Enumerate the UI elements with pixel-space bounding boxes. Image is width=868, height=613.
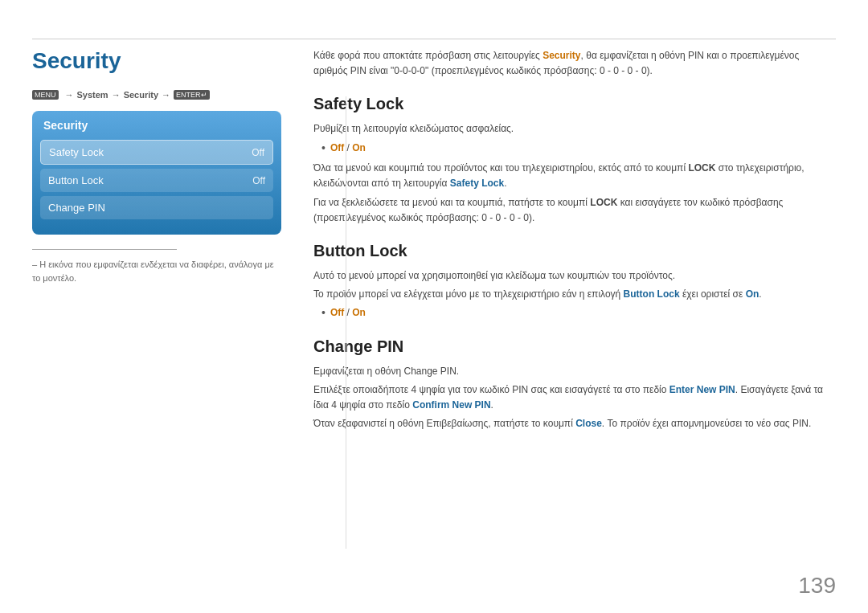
menu-path: MENU → System → Security → ENTER↵ (32, 90, 281, 100)
intro-highlight: Security (542, 50, 580, 61)
change-pin-section: Change PIN Εμφανίζεται η οθόνη Change PI… (313, 337, 836, 432)
close-ref: Close (575, 418, 602, 429)
button-lock-on: On (352, 307, 366, 318)
change-pin-desc3: Όταν εξαφανιστεί η οθόνη Επιβεβαίωσης, π… (313, 416, 836, 431)
button-lock-label: Button Lock (48, 174, 104, 186)
page-number: 139 (798, 573, 836, 599)
safety-lock-desc2: Όλα τα μενού και κουμπιά του προϊόντος κ… (313, 161, 836, 191)
safety-lock-ref: Safety Lock (450, 178, 504, 189)
button-lock-value: Off (252, 175, 265, 186)
button-lock-off: Off (330, 307, 344, 318)
button-lock-ref: Button Lock (624, 288, 680, 300)
left-column: Security MENU → System → Security → ENTE… (32, 48, 281, 581)
arrow-1: → (65, 90, 74, 100)
right-column: Κάθε φορά που αποκτάτε πρόσβαση στις λει… (305, 48, 836, 581)
button-lock-bullet: • Off / On (321, 305, 836, 321)
enter-icon: ENTER↵ (174, 90, 210, 100)
change-pin-item[interactable]: Change PIN (40, 196, 273, 219)
menu-path-security: Security (124, 90, 158, 100)
button-lock-on-ref: On (746, 288, 760, 300)
menu-icon: MENU (32, 90, 59, 100)
button-lock-item[interactable]: Button Lock Off (40, 169, 273, 192)
change-pin-desc2: Επιλέξτε οποιαδήποτε 4 ψηφία για τον κωδ… (313, 382, 836, 413)
arrow-3: → (162, 90, 170, 100)
safety-lock-desc3: Για να ξεκλειδώσετε τα μενού και τα κουμ… (313, 195, 836, 226)
button-lock-desc2: Το προϊόν μπορεί να ελέγχεται μόνο με το… (313, 287, 836, 302)
safety-lock-label: Safety Lock (49, 146, 104, 158)
menu-path-system: System (77, 90, 108, 100)
arrow-2: → (112, 90, 121, 100)
safety-lock-desc1: Ρυθμίζει τη λειτουργία κλειδώματος ασφαλ… (313, 121, 836, 137)
button-lock-section: Button Lock Αυτό το μενού μπορεί να χρησ… (313, 242, 836, 321)
security-panel: Security Safety Lock Off Button Lock Off… (32, 111, 281, 235)
change-pin-desc1: Εμφανίζεται η οθόνη Change PIN. (313, 364, 836, 379)
button-lock-title: Button Lock (313, 242, 836, 260)
safety-lock-off: Off (330, 142, 344, 153)
top-divider (32, 39, 836, 39)
button-lock-desc1: Αυτό το μενού μπορεί να χρησιμοποιηθεί γ… (313, 268, 836, 284)
change-pin-title: Change PIN (313, 337, 836, 356)
enter-new-pin: Enter New PIN (669, 384, 735, 395)
intro-text: Κάθε φορά που αποκτάτε πρόσβαση στις λει… (313, 48, 836, 79)
safety-lock-title: Safety Lock (313, 95, 836, 113)
vertical-divider (346, 96, 346, 549)
confirm-new-pin: Confirm New PIN (412, 399, 490, 411)
safety-lock-bullet: • Off / On (321, 141, 836, 157)
safety-lock-value: Off (252, 147, 264, 158)
safety-lock-on: On (352, 142, 366, 153)
note-text: – Η εικόνα που εμφανίζεται ενδέχεται να … (32, 258, 281, 284)
safety-lock-section: Safety Lock Ρυθμίζει τη λειτουργία κλειδ… (313, 95, 836, 226)
security-panel-title: Security (40, 119, 273, 132)
page-title: Security (32, 48, 281, 74)
left-divider (32, 249, 177, 250)
change-pin-label: Change PIN (48, 202, 105, 214)
safety-lock-item[interactable]: Safety Lock Off (40, 140, 273, 165)
